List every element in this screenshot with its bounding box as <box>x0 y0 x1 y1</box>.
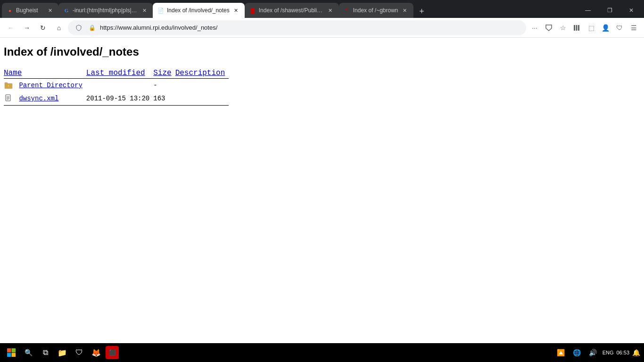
tab-inurl[interactable]: G -inurl:(htm|html|php|pls|txt) in... ✕ <box>58 3 153 18</box>
table-row: ↑ Parent Directory - <box>4 79 229 92</box>
table-row: dwsync.xml 2011-09-15 13:20 163 <box>4 92 229 106</box>
tray-lang: ENG <box>603 350 614 355</box>
profile-icon[interactable]: 👤 <box>599 21 612 34</box>
col-name-link[interactable]: Name <box>4 69 22 77</box>
taskbar-time-display: 06:53 <box>616 350 629 355</box>
svg-rect-14 <box>12 353 16 357</box>
browser-window: ● Bugheist ✕ G -inurl:(htm|html|php|pls|… <box>0 0 644 362</box>
table-header-row: Name Last modified Size Description <box>4 68 229 79</box>
parent-dir-icon: ↑ <box>4 81 13 90</box>
tab-favicon-5: ᴿ <box>344 7 350 14</box>
tab-index-notes[interactable]: 📄 Index of /involved/_notes ✕ <box>153 3 245 18</box>
address-bar[interactable]: 🔒 <box>68 20 526 35</box>
tray-network-icon[interactable]: 🌐 <box>570 346 584 359</box>
menu-button[interactable]: ☰ <box>627 21 640 34</box>
minimize-button[interactable]: — <box>577 3 599 18</box>
row-name-cell: ↑ Parent Directory <box>4 79 86 92</box>
col-last-modified: Last modified <box>86 68 153 79</box>
forward-button[interactable]: → <box>20 21 34 35</box>
row-desc-cell-0 <box>175 79 229 92</box>
taskbar-file-explorer[interactable]: 📁 <box>55 345 70 360</box>
tray-notifications-icon[interactable]: 🔼 <box>554 346 568 359</box>
taskbar-firefox[interactable]: 🦊 <box>89 345 104 360</box>
row-size-cell-1: 163 <box>153 92 175 106</box>
file-icon <box>4 94 13 103</box>
tab-bugheist[interactable]: ● Bugheist ✕ <box>2 3 58 18</box>
window-controls: — ❐ ✕ <box>577 3 642 18</box>
tab-favicon-4: ▐▌ <box>249 7 256 14</box>
tab-close-2[interactable]: ✕ <box>140 7 148 14</box>
taskbar-task-view[interactable]: ⧉ <box>38 345 53 360</box>
row-size-cell-0: - <box>153 79 175 92</box>
url-input[interactable] <box>100 24 520 31</box>
tab-favicon-3: 📄 <box>157 7 164 14</box>
pocket-icon[interactable] <box>542 21 555 34</box>
row-modified-cell-0 <box>86 79 153 92</box>
more-button[interactable]: ··· <box>528 21 541 34</box>
new-tab-button[interactable]: + <box>415 5 429 18</box>
security-icon <box>74 23 84 33</box>
nav-right-icons: ··· ☆ ⬚ 👤 🛡 ☰ <box>528 21 640 34</box>
taskbar: 🔍 ⧉ 📁 🛡 🦊 ⬛ 🔼 🌐 🔊 ENG 06:53 🔔 <box>0 343 644 362</box>
library-icon[interactable] <box>570 21 584 34</box>
col-name: Name <box>4 68 86 79</box>
svg-rect-12 <box>12 348 16 353</box>
file-link-dwsync[interactable]: dwsync.xml <box>19 95 58 102</box>
directory-table: Name Last modified Size Description <box>4 68 229 106</box>
col-size: Size <box>153 68 175 79</box>
svg-rect-11 <box>7 348 11 353</box>
tab-label-4: Index of /shawest/Public/Pictu... <box>259 7 324 14</box>
tab-shawest[interactable]: ▐▌ Index of /shawest/Public/Pictu... ✕ <box>245 3 339 18</box>
start-button[interactable] <box>4 345 19 360</box>
page-content: Index of /involved/_notes Name Last modi… <box>0 38 644 343</box>
col-description-link[interactable]: Description <box>175 69 225 77</box>
home-button[interactable]: ⌂ <box>52 21 66 35</box>
lock-icon: 🔒 <box>87 23 97 33</box>
svg-text:↑: ↑ <box>8 84 10 88</box>
taskbar-shield[interactable]: 🛡 <box>72 345 87 360</box>
tab-label-5: Index of /~gbrown <box>353 7 398 14</box>
taskbar-system-tray: 🔼 🌐 🔊 ENG 06:53 🔔 <box>554 346 640 359</box>
parent-dir-link[interactable]: Parent Directory <box>19 82 82 89</box>
tab-label-3: Index of /involved/_notes <box>167 7 230 14</box>
close-button[interactable]: ✕ <box>620 3 642 18</box>
refresh-button[interactable]: ↻ <box>36 21 50 35</box>
back-button[interactable]: ← <box>4 21 18 35</box>
col-size-link[interactable]: Size <box>153 69 171 77</box>
svg-rect-6 <box>6 95 10 101</box>
tab-close-5[interactable]: ✕ <box>401 7 409 14</box>
col-description: Description <box>175 68 229 79</box>
svg-rect-0 <box>574 25 575 31</box>
extensions-icon[interactable]: 🛡 <box>613 21 626 34</box>
page-title: Index of /involved/_notes <box>4 45 640 58</box>
tab-label-2: -inurl:(htm|html|php|pls|txt) in... <box>73 7 138 14</box>
row-name-cell: dwsync.xml <box>4 92 86 106</box>
tab-close-4[interactable]: ✕ <box>327 7 334 14</box>
col-last-modified-link[interactable]: Last modified <box>86 69 145 77</box>
tab-favicon-1: ● <box>7 7 13 14</box>
tab-favicon-2: G <box>63 7 70 14</box>
row-desc-cell-1 <box>175 92 229 106</box>
tray-notification-bell[interactable]: 🔔 <box>632 349 640 356</box>
row-modified-cell-1: 2011-09-15 13:20 <box>86 92 153 106</box>
taskbar-clock[interactable]: 06:53 <box>616 350 629 355</box>
tray-volume-icon[interactable]: 🔊 <box>586 346 600 359</box>
tab-label-1: Bugheist <box>16 7 43 14</box>
tab-gbrown[interactable]: ᴿ Index of /~gbrown ✕ <box>339 3 413 18</box>
navigation-bar: ← → ↻ ⌂ 🔒 ··· ☆ <box>0 18 644 38</box>
svg-rect-13 <box>7 353 11 357</box>
synced-tabs-icon[interactable]: ⬚ <box>585 21 598 34</box>
maximize-button[interactable]: ❐ <box>599 3 620 18</box>
tab-bar: ● Bugheist ✕ G -inurl:(htm|html|php|pls|… <box>0 0 644 18</box>
bookmark-icon[interactable]: ☆ <box>556 21 570 34</box>
svg-rect-1 <box>576 25 578 31</box>
taskbar-search-button[interactable]: 🔍 <box>21 345 36 360</box>
taskbar-app1[interactable]: ⬛ <box>106 346 119 359</box>
tab-close-3[interactable]: ✕ <box>232 7 240 14</box>
svg-rect-2 <box>578 25 579 31</box>
tab-close-1[interactable]: ✕ <box>46 7 54 14</box>
